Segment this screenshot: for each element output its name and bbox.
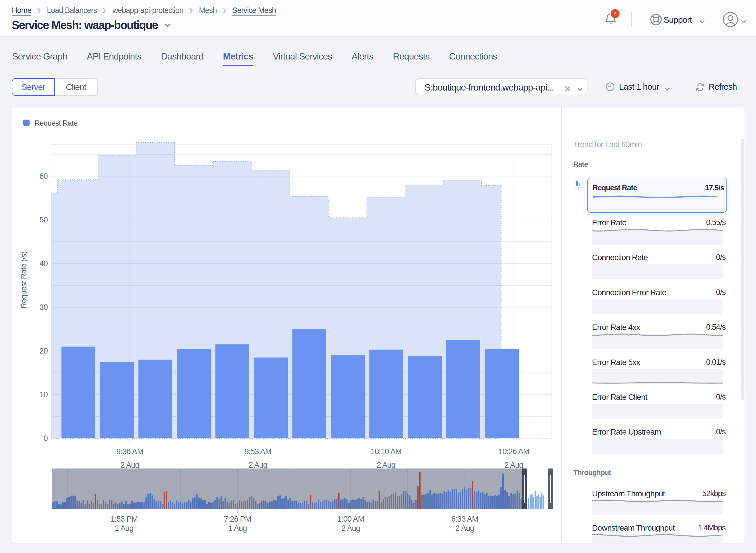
svg-text:7:26 PM: 7:26 PM xyxy=(224,515,251,524)
svg-text:2 Aug: 2 Aug xyxy=(377,461,395,469)
svg-text:2 Aug: 2 Aug xyxy=(341,524,360,533)
svg-text:9:36 AM: 9:36 AM xyxy=(116,447,143,456)
svg-text:2 Aug: 2 Aug xyxy=(504,461,523,469)
svg-text:20: 20 xyxy=(39,347,48,355)
svg-text:10:10 AM: 10:10 AM xyxy=(371,447,401,456)
svg-text:1:00 AM: 1:00 AM xyxy=(337,515,364,524)
svg-text:1 Aug: 1 Aug xyxy=(228,524,247,533)
svg-text:1:53 PM: 1:53 PM xyxy=(111,515,138,524)
svg-text:40: 40 xyxy=(39,259,48,268)
svg-text:10:26 AM: 10:26 AM xyxy=(498,447,530,456)
svg-text:10: 10 xyxy=(39,390,48,399)
svg-text:30: 30 xyxy=(39,303,48,312)
svg-text:6:33 AM: 6:33 AM xyxy=(451,515,478,524)
svg-text:1 Aug: 1 Aug xyxy=(115,524,133,533)
svg-text:2 Aug: 2 Aug xyxy=(249,461,267,469)
svg-text:Request Rate (/s): Request Rate (/s) xyxy=(19,251,28,308)
svg-text:2 Aug: 2 Aug xyxy=(455,524,474,533)
svg-text:0: 0 xyxy=(44,434,48,443)
svg-text:50: 50 xyxy=(39,216,48,224)
svg-text:9:53 AM: 9:53 AM xyxy=(245,447,271,456)
svg-text:2 Aug: 2 Aug xyxy=(120,461,139,469)
svg-text:Request Rate: Request Rate xyxy=(34,119,78,127)
svg-text:60: 60 xyxy=(39,172,48,180)
